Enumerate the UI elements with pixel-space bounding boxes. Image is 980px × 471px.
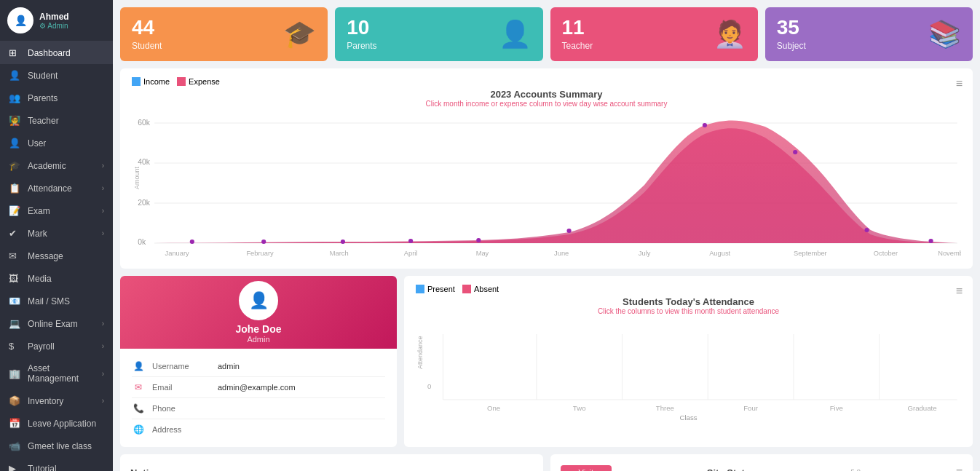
profile-field-label-username: Username [152, 362, 210, 371]
profile-field-value-email: admin@example.com [218, 383, 296, 392]
profile-field-icon-email: ✉ [132, 382, 145, 392]
sidebar-label-user: User [28, 138, 104, 149]
svg-text:60k: 60k [138, 119, 151, 127]
sidebar-label-leaveapp: Leave Application [28, 419, 104, 429]
sidebar-icon-assetmgmt: 🏢 [9, 368, 22, 379]
profile-avatar-large: 👤 [239, 281, 278, 320]
avatar: 👤 [7, 7, 33, 33]
main-content: 44 Student 🎓 10 Parents 👤 11 Teacher 🧑‍💼… [113, 0, 980, 471]
profile-card: 👤 Johe Doe Admin 👤 Username admin ✉ Emai… [120, 276, 397, 447]
notice-label: Notice [130, 467, 159, 472]
svg-text:40k: 40k [138, 158, 151, 166]
sidebar-item-assetmgmt[interactable]: 🏢 Asset Management › [0, 357, 113, 389]
sidebar-arrow-attendance: › [102, 184, 104, 192]
stat-card-teacher[interactable]: 11 Teacher 🧑‍💼 [550, 7, 758, 61]
sidebar-icon-teacher: 🧑‍🏫 [9, 115, 22, 126]
attendance-legend: Present Absent [416, 285, 961, 293]
sidebar-item-media[interactable]: 🖼 Media [0, 267, 113, 290]
sidebar-arrow-payroll: › [102, 342, 104, 350]
attendance-chart-svg: 0 Attendance One Two Three Four Five Gra… [416, 320, 961, 421]
site-stats-panel: → Visitors Site Stats v 5.8 ≡ [550, 454, 973, 471]
sidebar-icon-dashboard: ⊞ [9, 47, 22, 58]
svg-text:0: 0 [427, 383, 431, 390]
visitors-arrow-icon: → [568, 468, 576, 471]
sidebar-label-exam: Exam [28, 206, 102, 216]
chart-menu-icon[interactable]: ≡ [956, 77, 963, 90]
stat-label-subject: Subject [777, 41, 806, 51]
sidebar-item-onlineexam[interactable]: 💻 Online Exam › [0, 312, 113, 335]
profile-banner: 👤 Johe Doe Admin [120, 276, 397, 349]
profile-details: 👤 Username admin ✉ Email admin@example.c… [120, 349, 397, 447]
profile-field-label-phone: Phone [152, 404, 210, 413]
sidebar-item-exam[interactable]: 📝 Exam › [0, 199, 113, 222]
legend-income: Income [132, 77, 170, 86]
notice-panel: Notice [120, 454, 543, 471]
attendance-chart-menu-icon[interactable]: ≡ [956, 285, 963, 298]
sidebar-label-student: Student [28, 71, 104, 81]
bottom-bar: Notice → Visitors Site Stats v 5.8 ≡ [120, 454, 973, 471]
sidebar-item-gmeet[interactable]: 📹 Gmeet live class [0, 435, 113, 457]
svg-text:October: October [874, 250, 898, 257]
sidebar-icon-gmeet: 📹 [9, 440, 22, 451]
stat-label-student: Student [132, 41, 162, 51]
visitors-button[interactable]: → Visitors [561, 465, 612, 471]
site-stats-title: Site Stats [707, 467, 750, 472]
sidebar-label-media: Media [28, 274, 104, 284]
attendance-chart-subtitle: Click the columns to view this month stu… [416, 307, 961, 315]
sidebar-arrow-exam: › [102, 207, 104, 215]
svg-point-15 [703, 123, 707, 127]
profile-row-email: ✉ Email admin@example.com [132, 377, 385, 398]
legend-absent-box [462, 285, 471, 293]
sidebar-label-parents: Parents [28, 93, 104, 103]
sidebar-icon-parents: 👥 [9, 92, 22, 103]
stat-card-subject[interactable]: 35 Subject 📚 [765, 7, 973, 61]
sidebar-item-mailsms[interactable]: 📧 Mail / SMS [0, 290, 113, 312]
profile-field-label-email: Email [152, 383, 210, 392]
sidebar-label-message: Message [28, 251, 104, 261]
sidebar-icon-student: 👤 [9, 70, 22, 81]
stat-icon-teacher: 🧑‍💼 [714, 19, 746, 50]
profile-field-label-address: Address [152, 425, 210, 434]
sidebar-icon-tutorial: ▶ [9, 463, 22, 471]
profile-field-icon-address: 🌐 [132, 424, 145, 435]
stat-label-teacher: Teacher [562, 41, 593, 51]
sidebar-label-inventory: Inventory [28, 396, 102, 406]
sidebar-item-student[interactable]: 👤 Student [0, 64, 113, 87]
sidebar-item-mark[interactable]: ✔ Mark › [0, 222, 113, 245]
sidebar-arrow-inventory: › [102, 397, 104, 405]
accounts-chart-title: 2023 Accounts Summary [132, 89, 961, 100]
sidebar-icon-exam: 📝 [9, 205, 22, 216]
svg-text:Graduate: Graduate [907, 405, 936, 412]
legend-income-box [132, 77, 141, 86]
sidebar-icon-mailsms: 📧 [9, 296, 22, 306]
profile-row-phone: 📞 Phone [132, 398, 385, 419]
svg-text:August: August [709, 250, 730, 257]
sidebar-item-academic[interactable]: 🎓 Academic › [0, 154, 113, 177]
version-tag: v 5.8 [845, 469, 861, 472]
stat-label-parents: Parents [347, 41, 376, 51]
stat-card-student[interactable]: 44 Student 🎓 [120, 7, 328, 61]
sidebar-label-payroll: Payroll [28, 341, 102, 352]
sidebar-item-tutorial[interactable]: ▶ Tutorial [0, 457, 113, 471]
sidebar-item-inventory[interactable]: 📦 Inventory › [0, 389, 113, 412]
sidebar-label-assetmgmt: Asset Management [28, 363, 102, 384]
site-stats-menu-icon[interactable]: ≡ [956, 466, 963, 471]
sidebar-item-teacher[interactable]: 🧑‍🏫 Teacher [0, 109, 113, 132]
sidebar-item-dashboard[interactable]: ⊞ Dashboard [0, 41, 113, 64]
svg-text:One: One [487, 405, 500, 412]
svg-text:Attendance: Attendance [416, 336, 423, 369]
svg-text:May: May [476, 250, 489, 257]
sidebar-item-payroll[interactable]: $ Payroll › [0, 335, 113, 357]
sidebar-item-message[interactable]: ✉ Message [0, 245, 113, 267]
stat-icon-student: 🎓 [283, 19, 316, 50]
sidebar-item-user[interactable]: 👤 User [0, 132, 113, 154]
sidebar-item-leaveapp[interactable]: 📅 Leave Application [0, 412, 113, 435]
sidebar-label-dashboard: Dashboard [28, 48, 104, 58]
sidebar-item-parents[interactable]: 👥 Parents [0, 87, 113, 109]
stat-card-parents[interactable]: 10 Parents 👤 [335, 7, 542, 61]
svg-text:0k: 0k [138, 238, 146, 246]
svg-text:Amount: Amount [133, 167, 141, 189]
sidebar-arrow-onlineexam: › [102, 320, 104, 328]
sidebar-item-attendance[interactable]: 📋 Attendance › [0, 177, 113, 199]
sidebar-icon-inventory: 📦 [9, 395, 22, 406]
